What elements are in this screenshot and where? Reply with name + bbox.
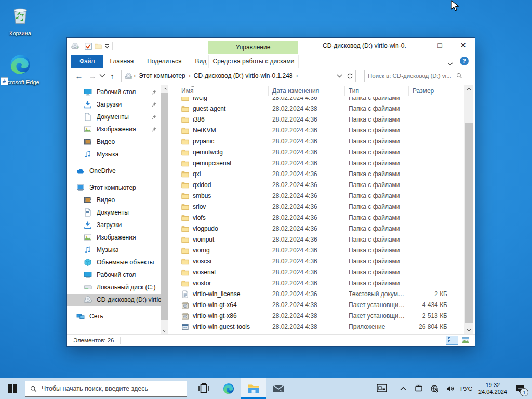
up-button[interactable]: ↑ <box>105 72 119 81</box>
clock[interactable]: 19:32 24.04.2024 <box>478 382 507 395</box>
sidebar-item[interactable]: Рабочий стол <box>67 269 161 281</box>
tab-contextual[interactable]: Средства работы с дисками <box>208 55 299 68</box>
file-row[interactable]: i38628.02.2024 4:36Папка с файлами <box>175 114 464 125</box>
file-row[interactable]: virtio-win-gt-x6428.02.2024 4:38Пакет ус… <box>175 300 464 311</box>
close-button[interactable]: ✕ <box>451 38 475 54</box>
customize-qat-chevron-icon[interactable] <box>104 44 110 49</box>
language-indicator[interactable]: РУС <box>460 385 472 392</box>
file-row[interactable]: qemufwcfg28.02.2024 4:36Папка с файлами <box>175 147 464 158</box>
file-row[interactable]: vioscsi28.02.2024 4:36Папка с файлами <box>175 256 464 267</box>
scroll-up-icon[interactable] <box>162 85 167 92</box>
taskbar-edge-button[interactable] <box>216 378 241 399</box>
column-header[interactable]: Тип <box>345 86 409 96</box>
scroll-up-icon[interactable] <box>464 85 473 93</box>
desktop-icon-edge[interactable]: Microsoft Edge <box>0 53 41 86</box>
sidebar-item[interactable]: Объемные объекты <box>67 256 161 269</box>
new-folder-icon[interactable] <box>95 43 102 50</box>
tray-chevron-up-icon[interactable] <box>397 378 409 399</box>
scrollbar-thumb[interactable] <box>161 93 168 320</box>
news-widget-icon[interactable] <box>375 378 390 399</box>
minimize-button[interactable]: — <box>405 38 428 54</box>
sidebar-item[interactable]: Документы <box>67 111 161 123</box>
large-icons-view-button[interactable] <box>459 336 472 345</box>
display-device-icon[interactable] <box>413 378 425 399</box>
sidebar-item[interactable]: Загрузки <box>67 98 161 111</box>
sidebar-item[interactable]: Видео <box>67 136 161 148</box>
address-dropdown-chevron-icon[interactable] <box>337 74 342 78</box>
start-button[interactable] <box>0 378 25 399</box>
file-row[interactable]: pvpanic28.02.2024 4:36Папка с файлами <box>175 136 464 147</box>
properties-icon[interactable] <box>85 43 92 50</box>
tab-ribbon-1[interactable]: Главная <box>103 55 141 68</box>
notification-center-button[interactable]: 1 <box>512 378 528 399</box>
refresh-icon[interactable] <box>347 73 353 79</box>
file-row[interactable]: sriov28.02.2024 4:36Папка с файлами <box>175 202 464 212</box>
file-row[interactable]: NetKVM28.02.2024 4:36Папка с файлами <box>175 125 464 136</box>
sidebar-item[interactable]: Музыка <box>67 148 161 161</box>
desktop-icon-recycle-bin[interactable]: Корзина <box>0 4 41 37</box>
sidebar-item[interactable]: Этот компьютер <box>67 181 161 194</box>
tab-file[interactable]: Файл <box>71 55 103 68</box>
file-row[interactable]: vioserial28.02.2024 4:36Папка с файлами <box>175 267 464 278</box>
maximize-button[interactable]: □ <box>428 38 451 54</box>
scrollbar-thumb[interactable] <box>465 123 473 323</box>
file-row[interactable]: qxl28.02.2024 4:36Папка с файлами <box>175 169 464 180</box>
details-view-button[interactable] <box>446 336 458 345</box>
sidebar-item[interactable]: Загрузки <box>67 219 161 231</box>
column-header[interactable]: Имя <box>175 86 269 96</box>
sidebar-item[interactable]: OneDrive <box>67 165 161 177</box>
sidebar-item[interactable]: Документы <box>67 206 161 219</box>
sidebar-item[interactable]: Локальный диск (C:) <box>67 281 161 294</box>
sidebar-item[interactable]: Рабочий стол <box>67 86 161 98</box>
volume-icon[interactable] <box>444 378 456 399</box>
back-button[interactable]: ← <box>72 72 86 81</box>
taskbar-explorer-button[interactable] <box>241 378 266 399</box>
file-row[interactable]: qxldod28.02.2024 4:36Папка с файлами <box>175 180 464 191</box>
file-row[interactable]: viofs28.02.2024 4:36Папка с файлами <box>175 212 464 223</box>
file-row[interactable]: qemupciserial28.02.2024 4:36Папка с файл… <box>175 158 464 169</box>
taskbar-mail-button[interactable] <box>266 378 291 399</box>
tab-ribbon-2[interactable]: Поделиться <box>140 55 188 68</box>
network-offline-icon[interactable] <box>428 378 441 399</box>
scroll-down-icon[interactable] <box>464 326 473 335</box>
file-type-icon <box>181 247 189 255</box>
sidebar-scrollbar[interactable] <box>161 85 168 335</box>
sidebar-item[interactable]: Изображения <box>67 123 161 136</box>
taskbar-search-input[interactable]: Чтобы начать поиск, введите здесь <box>25 381 187 397</box>
column-header[interactable]: Дата изменения <box>269 86 345 96</box>
sidebar-item[interactable]: Сеть <box>67 310 161 323</box>
file-row[interactable]: smbus28.02.2024 4:36Папка с файлами <box>175 191 464 202</box>
task-view-button[interactable] <box>191 378 216 399</box>
sidebar-item[interactable]: CD-дисковод (D:) virtio- <box>67 294 161 306</box>
help-button[interactable]: ? <box>460 57 469 65</box>
sidebar-item-label: Видео <box>97 138 115 145</box>
file-row[interactable]: vioinput28.02.2024 4:36Папка с файлами <box>175 234 464 245</box>
sidebar-item[interactable]: Музыка <box>67 244 161 256</box>
breadcrumb-item[interactable]: CD-дисковод (D:) virtio-win-0.1.248 <box>192 72 295 79</box>
file-row[interactable]: fwcfg28.02.2024 4:36Папка с файлами <box>175 97 464 103</box>
file-row[interactable]: guest-agent28.02.2024 4:38Папка с файлам… <box>175 103 464 114</box>
sidebar-item[interactable]: Видео <box>67 194 161 206</box>
file-row[interactable]: viogpudo28.02.2024 4:36Папка с файлами <box>175 223 464 234</box>
search-icon[interactable] <box>456 73 462 79</box>
forward-button[interactable]: → <box>86 72 99 81</box>
breadcrumb-item[interactable]: Этот компьютер <box>137 72 188 79</box>
chevron-down-icon[interactable] <box>447 59 453 63</box>
column-header[interactable]: Размер <box>409 86 450 96</box>
file-row[interactable]: virtio-win-gt-x8628.02.2024 4:38Пакет ус… <box>175 311 464 322</box>
file-type-label: Папка с файлами <box>349 245 408 256</box>
chevron-right-icon[interactable]: › <box>295 72 299 79</box>
address-bar[interactable]: › Этот компьютер›CD-дисковод (D:) virtio… <box>121 70 356 82</box>
scroll-down-icon[interactable] <box>162 327 167 335</box>
file-row[interactable]: virtio-win-guest-tools28.02.2024 4:38При… <box>175 322 464 332</box>
file-row[interactable]: viostor28.02.2024 4:36Папка с файлами <box>175 278 464 289</box>
recent-locations-chevron-icon[interactable] <box>99 74 105 78</box>
explorer-search-input[interactable]: Поиск в: CD-дисковод (D:) vi... <box>364 70 466 82</box>
file-row[interactable]: viorng28.02.2024 4:36Папка с файлами <box>175 245 464 256</box>
file-row[interactable]: virtio-win_license28.02.2024 4:36Текстов… <box>175 289 464 300</box>
titlebar[interactable]: Управление CD-дисковод (D:) virtio-win-0… <box>67 38 475 55</box>
chevron-right-icon[interactable]: › <box>188 72 192 79</box>
list-scrollbar[interactable] <box>464 85 473 335</box>
sidebar-item[interactable]: Изображения <box>67 231 161 244</box>
pin-icon <box>151 89 157 95</box>
